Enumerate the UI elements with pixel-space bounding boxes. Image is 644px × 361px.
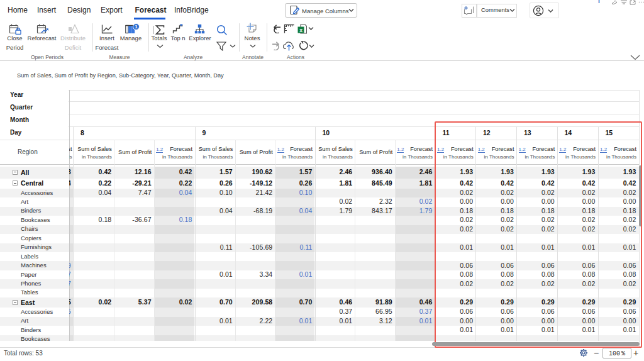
svg-text:x: x — [299, 27, 303, 33]
